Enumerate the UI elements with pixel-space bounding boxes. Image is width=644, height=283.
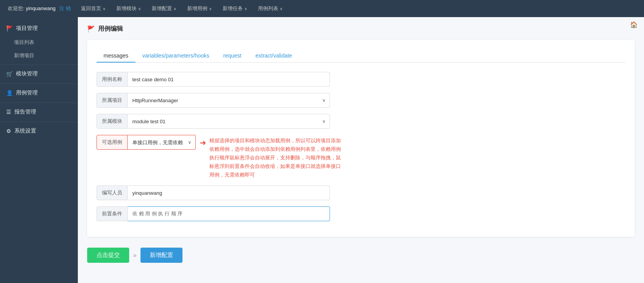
chevron-down-icon: ∨ xyxy=(138,7,141,11)
tab-bar: messages variables/parameters/hooks requ… xyxy=(97,49,625,63)
chevron-down-icon: ∨ xyxy=(209,7,212,11)
label-author: 编写人员 xyxy=(97,185,128,200)
input-author[interactable] xyxy=(128,185,330,200)
main-card: messages variables/parameters/hooks requ… xyxy=(87,40,635,237)
field-module: 所属模块 module test 01 ∨ xyxy=(97,114,625,129)
sidebar-section-system: ⚙ 系统设置 xyxy=(0,124,78,138)
cart-icon: 🛒 xyxy=(6,71,13,77)
sidebar-title-system[interactable]: ⚙ 系统设置 xyxy=(0,124,78,138)
nav-item-add-task[interactable]: 新增任务∨ xyxy=(217,0,253,17)
select-optional-case[interactable]: 单接口用例，无需依赖 xyxy=(128,136,195,148)
menu-icon: ☰ xyxy=(6,109,11,115)
chevron-down-icon: ∨ xyxy=(103,7,105,11)
field-optional-case-wrapper: 可选用例 单接口用例，无需依赖 ∨ ➜ 根据选择的项目和模块动态加载用例，所以可… xyxy=(97,135,625,179)
label-optional-case: 可选用例 xyxy=(97,135,128,150)
page-title: 🚩 用例编辑 xyxy=(87,25,635,33)
sidebar-divider-1 xyxy=(0,65,78,65)
chevron-down-icon: ∨ xyxy=(244,7,247,11)
nav-item-add-case[interactable]: 新增用例∨ xyxy=(182,0,217,17)
sidebar-divider-4 xyxy=(0,122,78,122)
label-case-name: 用例名称 xyxy=(97,72,128,87)
separator-arrow: » xyxy=(133,252,137,259)
input-case-name[interactable] xyxy=(128,72,330,87)
add-config-button[interactable]: 新增配置 xyxy=(140,248,182,263)
select-module-wrapper: module test 01 ∨ xyxy=(128,114,330,129)
nav-item-case-list[interactable]: 用例列表∨ xyxy=(253,0,288,17)
logout-button[interactable]: 注 销 xyxy=(59,5,71,11)
username-text: yinquanwang xyxy=(26,5,56,11)
sidebar-divider-2 xyxy=(0,84,78,84)
tab-request[interactable]: request xyxy=(216,49,249,63)
sidebar-section-report: ☰ 报告管理 xyxy=(0,105,78,119)
nav-item-home[interactable]: 返回首页∨ xyxy=(75,0,111,17)
annotation-arrow: ➜ xyxy=(200,138,206,147)
sidebar-section-module: 🛒 模块管理 xyxy=(0,66,78,81)
select-module[interactable]: module test 01 xyxy=(128,115,330,128)
layout: 🚩 项目管理 项目列表 新增项目 🛒 模块管理 👤 用例管理 ☰ xyxy=(0,17,644,283)
chevron-down-icon: ∨ xyxy=(280,7,283,11)
label-module: 所属模块 xyxy=(97,114,128,129)
input-prerequisite[interactable] xyxy=(128,206,330,221)
sidebar-title-report[interactable]: ☰ 报告管理 xyxy=(0,105,78,119)
top-navbar: 欢迎您: yinquanwang 注 销 返回首页∨ 新增模块∨ 新增配置∨ 新… xyxy=(0,0,644,17)
select-optional-case-wrapper: 单接口用例，无需依赖 ∨ xyxy=(128,135,196,150)
page-flag-icon: 🚩 xyxy=(87,25,95,33)
sidebar-title-project[interactable]: 🚩 项目管理 xyxy=(0,21,78,36)
top-nav-menu: 返回首页∨ 新增模块∨ 新增配置∨ 新增用例∨ 新增任务∨ 用例列表∨ xyxy=(75,0,288,17)
tab-messages[interactable]: messages xyxy=(97,49,135,63)
field-project: 所属项目 HttpRunnerManager ∨ xyxy=(97,93,625,108)
tab-variables[interactable]: variables/parameters/hooks xyxy=(135,49,216,63)
field-author: 编写人员 xyxy=(97,185,625,200)
field-prerequisite: 前置条件 xyxy=(97,206,625,221)
submit-button[interactable]: 点击提交 xyxy=(87,248,129,263)
annotation-text: 根据选择的项目和模块动态加载用例，所以可以跨项目添加依赖用例，选中就会自动添加到… xyxy=(209,136,342,179)
sidebar-item-project-list[interactable]: 项目列表 xyxy=(0,36,78,49)
sidebar: 🚩 项目管理 项目列表 新增项目 🛒 模块管理 👤 用例管理 ☰ xyxy=(0,17,78,283)
home-icon[interactable]: 🏠 xyxy=(630,21,638,28)
chevron-down-icon: ∨ xyxy=(174,7,176,11)
sidebar-divider-3 xyxy=(0,103,78,103)
sidebar-title-case[interactable]: 👤 用例管理 xyxy=(0,86,78,100)
nav-item-add-module[interactable]: 新增模块∨ xyxy=(111,0,146,17)
sidebar-section-case: 👤 用例管理 xyxy=(0,86,78,100)
nav-item-add-config[interactable]: 新增配置∨ xyxy=(146,0,182,17)
select-project[interactable]: HttpRunnerManager xyxy=(128,94,330,107)
sidebar-item-add-project[interactable]: 新增项目 xyxy=(0,49,78,62)
sidebar-title-module[interactable]: 🛒 模块管理 xyxy=(0,66,78,81)
user-icon: 👤 xyxy=(6,90,13,96)
field-case-name: 用例名称 xyxy=(97,72,625,87)
field-optional-case: 可选用例 单接口用例，无需依赖 ∨ xyxy=(97,135,196,150)
bottom-buttons: 点击提交 » 新增配置 xyxy=(87,248,635,263)
greeting-text: 欢迎您: xyxy=(8,5,26,11)
gear-icon: ⚙ xyxy=(6,128,11,134)
sidebar-section-project: 🚩 项目管理 项目列表 新增项目 xyxy=(0,21,78,62)
label-project: 所属项目 xyxy=(97,93,128,108)
user-greeting: 欢迎您: yinquanwang 注 销 xyxy=(3,5,75,12)
flag-icon: 🚩 xyxy=(6,25,13,31)
label-prerequisite: 前置条件 xyxy=(97,206,128,221)
tab-extract[interactable]: extract/validate xyxy=(249,49,299,63)
main-content: 🏠 🚩 用例编辑 messages variables/parameters/h… xyxy=(78,17,644,283)
select-project-wrapper: HttpRunnerManager ∨ xyxy=(128,93,330,108)
